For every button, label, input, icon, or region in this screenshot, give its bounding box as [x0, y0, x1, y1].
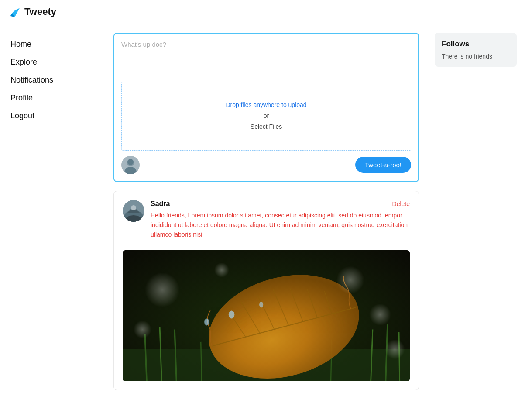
sidebar-item-logout[interactable]: Logout — [9, 109, 96, 123]
app-title: Tweety — [24, 6, 56, 17]
svg-point-36 — [214, 262, 229, 277]
sidebar: Home Explore Notifications Profile Logou… — [0, 24, 105, 410]
compose-footer: Tweet-a-roo! — [121, 156, 411, 174]
sidebar-item-notifications[interactable]: Notifications — [9, 73, 96, 87]
right-panel: Follows There is no friends — [428, 24, 524, 410]
svg-point-37 — [229, 310, 235, 318]
sidebar-item-explore[interactable]: Explore — [9, 55, 96, 69]
svg-point-4 — [127, 159, 134, 165]
main-content: Drop files anywhere to upload or Select … — [105, 24, 428, 410]
delete-button[interactable]: Delete — [392, 200, 410, 207]
dropzone-text-upload: Drop files anywhere to upload — [130, 100, 402, 110]
post-content: Sadra Delete Hello friends, Lorem ipsum … — [151, 200, 410, 246]
svg-point-31 — [145, 272, 179, 307]
svg-point-38 — [259, 302, 263, 308]
svg-point-34 — [134, 320, 151, 338]
post-author: Sadra — [151, 200, 170, 208]
logo-icon — [9, 6, 21, 18]
svg-point-39 — [204, 318, 209, 325]
post-text: Hello friends, Lorem ipsum dolor sit ame… — [151, 210, 410, 240]
follows-title: Follows — [442, 40, 510, 48]
svg-point-35 — [385, 339, 405, 359]
main-layout: Home Explore Notifications Profile Logou… — [0, 24, 532, 410]
app-header: Tweety — [0, 0, 532, 24]
sidebar-item-home[interactable]: Home — [9, 37, 96, 52]
follows-empty-message: There is no friends — [442, 53, 510, 60]
svg-point-10 — [131, 205, 136, 210]
svg-point-33 — [369, 303, 391, 325]
file-dropzone[interactable]: Drop files anywhere to upload or Select … — [121, 82, 411, 151]
post-card: Sadra Delete Hello friends, Lorem ipsum … — [113, 191, 419, 390]
compose-textarea[interactable] — [121, 41, 411, 76]
composer-avatar — [121, 156, 140, 174]
svg-point-32 — [336, 266, 364, 294]
compose-box: Drop files anywhere to upload or Select … — [113, 33, 419, 182]
post-image — [123, 250, 410, 381]
tweet-button[interactable]: Tweet-a-roo! — [355, 157, 411, 173]
post-header: Sadra Delete Hello friends, Lorem ipsum … — [123, 200, 410, 246]
dropzone-text-select[interactable]: Select Files — [130, 121, 402, 132]
follows-card: Follows There is no friends — [435, 33, 517, 67]
dropzone-text-or: or — [130, 110, 402, 121]
sidebar-nav: Home Explore Notifications Profile Logou… — [9, 37, 96, 123]
post-avatar — [123, 200, 144, 222]
sidebar-item-profile[interactable]: Profile — [9, 91, 96, 105]
post-meta: Sadra Delete — [151, 200, 410, 208]
